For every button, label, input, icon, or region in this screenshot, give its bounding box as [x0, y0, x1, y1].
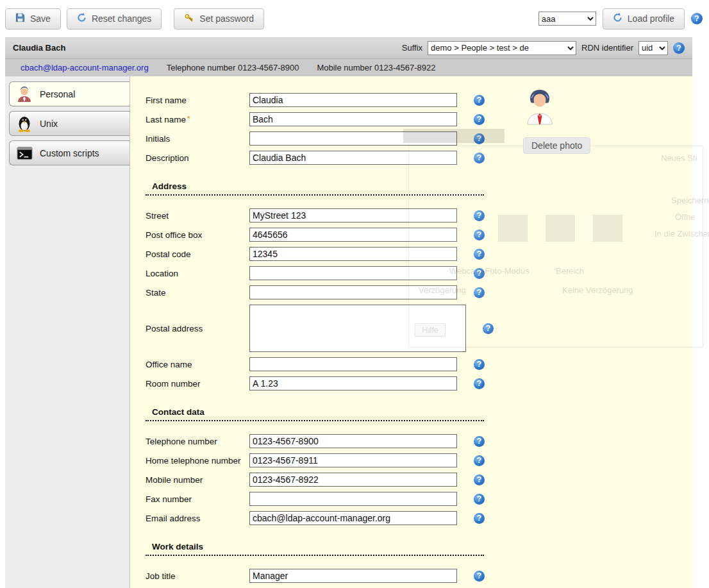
- first-name-input[interactable]: [249, 93, 457, 107]
- account-frame: Claudia Bach Suffix demo > People > test…: [5, 37, 692, 588]
- office-name-label: Office name: [146, 360, 249, 369]
- page-title: Claudia Bach: [13, 43, 65, 53]
- section-header-contact-data: Contact data: [146, 407, 484, 421]
- form-row: State ?: [146, 285, 692, 299]
- help-icon[interactable]: ?: [474, 455, 485, 466]
- post-office-box-input[interactable]: [249, 228, 457, 242]
- form-row: Job title ?: [146, 569, 692, 583]
- save-button-label: Save: [30, 13, 51, 24]
- location-label: Location: [146, 269, 249, 278]
- required-marker: *: [187, 115, 190, 122]
- location-input[interactable]: [249, 266, 457, 280]
- form-row: Location ?: [146, 266, 692, 280]
- user-photo: [525, 89, 555, 127]
- telephone-summary: Telephone number 0123-4567-8900: [167, 63, 299, 72]
- suffix-select[interactable]: demo > People > test > de: [428, 41, 576, 55]
- help-icon[interactable]: ?: [474, 359, 485, 370]
- initials-input[interactable]: [249, 131, 457, 146]
- help-icon[interactable]: ?: [474, 268, 485, 279]
- penguin-icon: [15, 115, 33, 132]
- telephone-number-label: Telephone number: [146, 437, 249, 446]
- description-input[interactable]: [249, 151, 457, 165]
- title-bar-controls: Suffix demo > People > test > de RDN ide…: [402, 41, 685, 55]
- postal-code-input[interactable]: [249, 247, 457, 261]
- help-icon[interactable]: ?: [474, 249, 485, 260]
- street-input[interactable]: [249, 208, 457, 223]
- email-address-input[interactable]: [249, 511, 457, 525]
- help-icon[interactable]: ?: [474, 133, 485, 144]
- home-telephone-number-input[interactable]: [249, 453, 457, 467]
- module-tab-strip: Personal Unix Custom scripts: [5, 76, 130, 588]
- mobile-number-input[interactable]: [249, 473, 457, 487]
- mobile-number-label: Mobile number: [146, 475, 249, 485]
- help-icon[interactable]: ?: [474, 95, 485, 106]
- account-title-bar: Claudia Bach Suffix demo > People > test…: [5, 37, 692, 59]
- set-password-button[interactable]: Set password: [174, 8, 264, 29]
- delete-photo-button[interactable]: Delete photo: [523, 137, 590, 154]
- help-icon[interactable]: ?: [474, 230, 485, 240]
- set-password-label: Set password: [199, 13, 254, 24]
- initials-label: Initials: [146, 134, 249, 144]
- circular-arrow-icon: [77, 13, 87, 24]
- terminal-icon: [15, 146, 33, 160]
- help-icon[interactable]: ?: [673, 42, 685, 54]
- section-header-address: Address: [146, 181, 484, 196]
- reset-changes-button[interactable]: Reset changes: [67, 8, 162, 29]
- section-header-work-details: Work details: [146, 542, 484, 556]
- fax-number-input[interactable]: [249, 492, 457, 506]
- telephone-number-input[interactable]: [249, 434, 457, 448]
- job-title-input[interactable]: [249, 569, 457, 583]
- reset-changes-label: Reset changes: [92, 13, 151, 24]
- state-label: State: [146, 288, 249, 298]
- room-number-input[interactable]: [249, 376, 457, 391]
- last-name-input[interactable]: [249, 112, 457, 126]
- state-input[interactable]: [249, 285, 457, 299]
- ghost-text: Speichern: [671, 196, 709, 205]
- person-icon: [15, 86, 33, 103]
- tab-personal[interactable]: Personal: [9, 81, 129, 106]
- tab-unix[interactable]: Unix: [9, 111, 129, 136]
- mobile-summary: Mobile number 0123-4567-8922: [317, 63, 435, 72]
- tab-custom-scripts-label: Custom scripts: [40, 148, 99, 158]
- form-row: Initials ?: [146, 131, 692, 146]
- first-name-label: First name: [146, 96, 249, 105]
- form-row: Fax number ?: [146, 492, 692, 506]
- profile-select[interactable]: aaa: [538, 12, 596, 26]
- post-office-box-label: Post office box: [146, 230, 249, 240]
- form-row: First name ?: [146, 93, 692, 107]
- help-icon[interactable]: ?: [483, 323, 494, 334]
- load-profile-label: Load profile: [628, 13, 674, 24]
- help-icon[interactable]: ?: [474, 114, 485, 125]
- help-icon[interactable]: ?: [474, 571, 485, 582]
- help-icon[interactable]: ?: [474, 210, 485, 221]
- postal-address-label: Postal address: [146, 324, 249, 333]
- help-icon[interactable]: ?: [474, 513, 485, 524]
- load-profile-button[interactable]: Load profile: [603, 8, 685, 29]
- office-name-input[interactable]: [249, 357, 457, 371]
- save-button[interactable]: Save: [5, 8, 61, 29]
- form-row: Home telephone number ?: [146, 453, 692, 467]
- help-icon[interactable]: ?: [474, 436, 485, 447]
- help-icon[interactable]: ?: [474, 153, 485, 164]
- form-row: Description ?: [146, 151, 692, 165]
- tab-personal-label: Personal: [40, 89, 75, 99]
- help-icon[interactable]: ?: [474, 494, 485, 505]
- account-summary-bar: cbach@ldap-account-manager.org Telephone…: [5, 59, 692, 76]
- help-icon[interactable]: ?: [474, 287, 485, 298]
- rdn-identifier-select[interactable]: uid: [638, 41, 668, 55]
- form-row: Telephone number ?: [146, 434, 692, 448]
- tab-custom-scripts[interactable]: Custom scripts: [9, 140, 129, 165]
- email-link[interactable]: cbach@ldap-account-manager.org: [21, 63, 149, 72]
- rdn-identifier-label: RDN identifier: [581, 43, 633, 53]
- description-label: Description: [146, 153, 249, 163]
- tab-unix-label: Unix: [40, 119, 58, 129]
- help-icon[interactable]: ?: [691, 13, 703, 24]
- last-name-label: Last name*: [146, 115, 249, 124]
- postal-code-label: Postal code: [146, 249, 249, 259]
- toolbar-right: aaa Load profile ?: [538, 8, 703, 29]
- email-address-label: Email address: [146, 514, 249, 523]
- postal-address-textarea[interactable]: [249, 305, 466, 352]
- form-row: Postal address ?: [146, 305, 692, 352]
- help-icon[interactable]: ?: [474, 475, 485, 485]
- help-icon[interactable]: ?: [474, 378, 485, 389]
